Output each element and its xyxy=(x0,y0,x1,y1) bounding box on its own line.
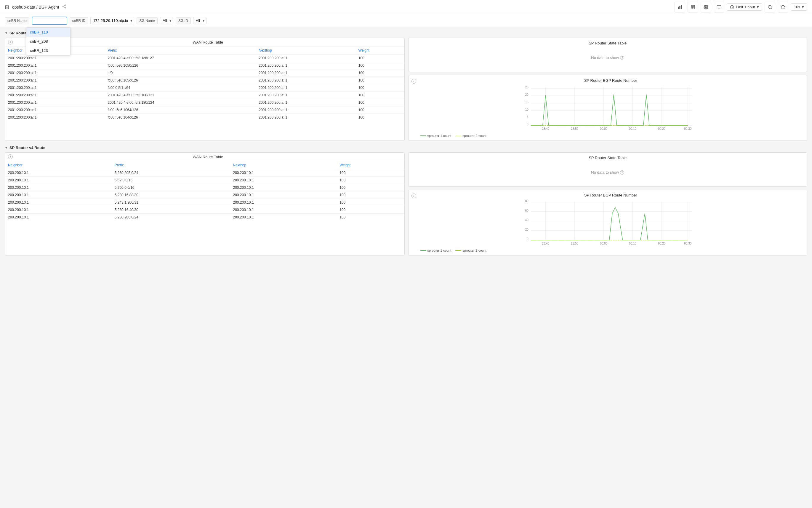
dropdown-item-2[interactable]: cnBR_123 xyxy=(27,46,70,55)
cnbr-name-input[interactable] xyxy=(32,16,67,25)
main-content: ▼ SP Router v6 Route i WAN Route Table N… xyxy=(0,27,812,264)
v4-bgp-chart-card: i SP Router BGP Route Number 0 20 40 60 … xyxy=(408,190,808,255)
interval-label: 10s xyxy=(794,5,800,9)
svg-rect-6 xyxy=(679,6,680,9)
v6-state-table-card: SP Router State Table No data to show ? xyxy=(408,38,808,72)
svg-line-18 xyxy=(771,8,772,9)
svg-text:80: 80 xyxy=(525,200,529,203)
table-row: 200.200.10.15.230.16.40/30200.200.10.110… xyxy=(5,206,404,214)
svg-line-4 xyxy=(64,6,65,6)
v6-chart-info-icon[interactable]: i xyxy=(411,79,416,84)
cnbr-id-select[interactable]: 172.25.29.110.nip.io xyxy=(90,17,134,24)
section-v6-row: i WAN Route Table Neighbor Prefix Nextho… xyxy=(5,38,807,141)
section-v4-chevron: ▼ xyxy=(5,146,8,150)
v6-legend-2: sprouter-2-count xyxy=(455,134,487,137)
v6-chart-panel: SP Router State Table No data to show ? … xyxy=(408,38,808,141)
v4-bgp-chart-title: SP Router BGP Route Number xyxy=(417,193,804,198)
svg-text:60: 60 xyxy=(525,209,529,212)
v4-col-weight: Weight xyxy=(336,161,404,169)
top-bar-left: ⊞ opshub-data / BGP Agent xyxy=(5,4,66,10)
svg-text:20: 20 xyxy=(525,93,529,96)
cnbr-name-dropdown: cnBR_110 cnBR_208 cnBR_123 xyxy=(26,27,71,55)
svg-text:0: 0 xyxy=(527,123,529,126)
v6-bgp-chart-title: SP Router BGP Route Number xyxy=(417,78,804,83)
v4-table-body: 200.200.10.15.230.205.0/24200.200.10.110… xyxy=(5,169,404,221)
sg-name-select[interactable]: All xyxy=(160,17,173,24)
v4-table-info-icon[interactable]: i xyxy=(8,155,13,159)
v4-col-prefix: Prefix xyxy=(112,161,230,169)
v6-bgp-chart-card: i SP Router BGP Route Number 0 5 10 15 2… xyxy=(408,75,808,141)
v4-chart-info-icon[interactable]: i xyxy=(411,194,416,198)
settings-button[interactable] xyxy=(701,2,711,12)
section-v6: ▼ SP Router v6 Route i WAN Route Table N… xyxy=(5,31,807,141)
svg-rect-5 xyxy=(678,6,679,9)
v4-col-nexthop: Nexthop xyxy=(230,161,336,169)
filter-bar: cnBR Name cnBR_110 cnBR_208 cnBR_123 cnB… xyxy=(0,14,812,27)
sg-id-select[interactable]: All xyxy=(193,17,207,24)
v6-table: Neighbor Prefix Nexthop Weight 2001:200:… xyxy=(5,46,404,121)
interval-selector[interactable]: 10s ▾ xyxy=(791,3,807,11)
v6-table-info-icon[interactable]: i xyxy=(8,40,13,44)
section-v6-chevron: ▼ xyxy=(5,32,8,35)
v4-state-help-icon[interactable]: ? xyxy=(620,170,624,175)
table-view-button[interactable] xyxy=(687,2,698,12)
bar-chart-button[interactable] xyxy=(675,2,685,12)
v6-state-no-data: No data to show ? xyxy=(411,46,804,69)
table-row: 2001:200:200:a::1::/02001:200:200:a::110… xyxy=(5,69,404,77)
v4-chart-legend: sprouter-1-count sprouter-2-count xyxy=(411,249,804,252)
svg-text:00:20: 00:20 xyxy=(658,242,665,245)
table-row: 2001:200:200:a::12001:420:4:ef00::5f3:1c… xyxy=(5,54,404,62)
v4-state-no-data: No data to show ? xyxy=(411,161,804,183)
time-range-label: Last 1 hour xyxy=(736,5,755,9)
svg-text:0: 0 xyxy=(527,238,529,241)
monitor-button[interactable] xyxy=(714,2,724,12)
v6-table-title: WAN Route Table xyxy=(14,40,401,44)
sg-id-select-wrapper[interactable]: All xyxy=(193,17,207,24)
section-v4-header[interactable]: ▼ SP Router v4 Route xyxy=(5,145,807,150)
svg-text:23:40: 23:40 xyxy=(542,242,549,245)
v4-legend-1: sprouter-1-count xyxy=(420,249,451,252)
v4-table-title: WAN Route Table xyxy=(14,155,401,159)
interval-chevron: ▾ xyxy=(802,5,804,9)
section-v6-header[interactable]: ▼ SP Router v6 Route xyxy=(5,31,807,35)
svg-text:00:00: 00:00 xyxy=(600,127,607,130)
breadcrumb: opshub-data / BGP Agent xyxy=(12,5,59,9)
v4-state-table-card: SP Router State Table No data to show ? xyxy=(408,152,808,187)
sg-name-label: SG Name xyxy=(137,17,157,24)
time-range-selector[interactable]: Last 1 hour ▾ xyxy=(727,3,762,11)
v6-state-help-icon[interactable]: ? xyxy=(620,56,624,60)
zoom-out-button[interactable] xyxy=(765,2,775,12)
table-row: 200.200.10.15.62.0.0/16200.200.10.1100 xyxy=(5,177,404,184)
time-range-chevron: ▾ xyxy=(757,5,759,9)
svg-text:25: 25 xyxy=(525,86,529,89)
svg-point-1 xyxy=(62,6,64,7)
svg-rect-8 xyxy=(691,5,695,9)
section-v4-title: SP Router v4 Route xyxy=(9,145,45,150)
table-row: 2001:200:200:a::1fc00::5e6:104c/1262001:… xyxy=(5,114,404,121)
cnbr-id-select-wrapper[interactable]: 172.25.29.110.nip.io xyxy=(90,17,134,24)
v4-legend-2: sprouter-2-count xyxy=(455,249,487,252)
v4-bgp-chart-svg: 0 20 40 60 80 23:40 23:50 xyxy=(411,199,804,246)
section-v4-row: i WAN Route Table Neighbor Prefix Nextho… xyxy=(5,152,807,255)
svg-text:23:50: 23:50 xyxy=(571,127,578,130)
v4-chart-panel: SP Router State Table No data to show ? … xyxy=(408,152,808,255)
v4-table-header: i WAN Route Table xyxy=(5,153,404,161)
svg-point-12 xyxy=(705,6,707,8)
sg-name-select-wrapper[interactable]: All xyxy=(160,17,173,24)
svg-point-0 xyxy=(64,5,66,6)
dropdown-item-0[interactable]: cnBR_110 xyxy=(27,28,70,37)
v6-bgp-chart-svg: 0 5 10 15 20 25 23:40 xyxy=(411,84,804,131)
refresh-button[interactable] xyxy=(778,2,788,12)
share-icon[interactable] xyxy=(62,4,66,9)
cnbr-name-label: cnBR Name xyxy=(5,17,29,24)
svg-text:00:20: 00:20 xyxy=(658,127,665,130)
sg-id-label: SG ID xyxy=(176,17,191,24)
dropdown-item-1[interactable]: cnBR_208 xyxy=(27,37,70,46)
v4-table-card: i WAN Route Table Neighbor Prefix Nextho… xyxy=(5,152,405,255)
svg-text:00:00: 00:00 xyxy=(600,242,607,245)
table-row: 200.200.10.15.230.206.0/24200.200.10.110… xyxy=(5,214,404,221)
table-row: 2001:200:200:a::1fc00:0:5f1::/642001:200… xyxy=(5,84,404,92)
svg-text:40: 40 xyxy=(525,218,529,222)
svg-text:23:50: 23:50 xyxy=(571,242,578,245)
svg-text:00:30: 00:30 xyxy=(684,127,691,130)
